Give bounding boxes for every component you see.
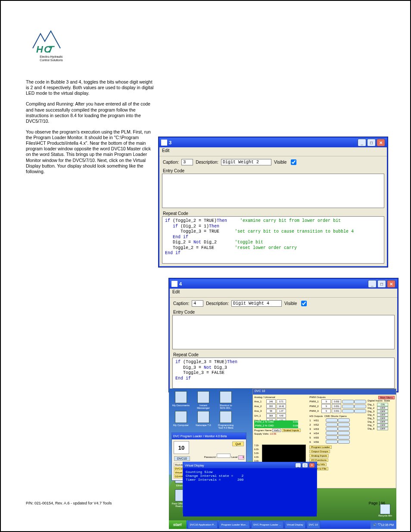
recycle-label: Recycle Bin bbox=[378, 514, 392, 517]
password-input[interactable] bbox=[217, 454, 230, 458]
taskbar-item[interactable]: Virtual Display bbox=[285, 521, 305, 529]
description-label: Description: bbox=[196, 160, 218, 165]
side-button[interactable]: Analog Inputs bbox=[309, 454, 329, 457]
close-button[interactable]: ✕ bbox=[377, 139, 385, 146]
hs-row: 3HS3 bbox=[309, 427, 366, 431]
desktop-icon[interactable]: Instant Messenger bbox=[194, 391, 213, 409]
taskbar-item[interactable]: DVC Program Loader ... bbox=[251, 521, 283, 529]
close-button[interactable]: ✕ bbox=[309, 463, 315, 468]
paragraph-2: Compiling and Running: After you have en… bbox=[26, 101, 155, 124]
taskbar-item[interactable]: DVC 10 bbox=[307, 521, 320, 529]
visible-checkbox[interactable] bbox=[301, 301, 307, 306]
repeat-code-box[interactable]: if (Toggle_2 = TRUE)Then 'examine carry … bbox=[162, 216, 384, 264]
repeat-code-label: Repeat Code bbox=[159, 211, 387, 216]
level-label: Level bbox=[231, 456, 237, 458]
virtual-title: Virtual Display bbox=[185, 464, 204, 467]
app-icon bbox=[220, 411, 232, 423]
pwm-row: PWM_390.001 bbox=[309, 409, 366, 413]
window-title: 4 bbox=[179, 281, 182, 286]
menu-edit[interactable]: Edit bbox=[170, 289, 397, 298]
app-icon bbox=[220, 391, 232, 403]
repeat-code-label: Repeat Code bbox=[170, 352, 397, 358]
taskbar: start DVC10 Application P...Program Load… bbox=[169, 520, 396, 529]
app-icon bbox=[197, 391, 209, 403]
titlebar[interactable]: 4 _ □ ✕ bbox=[170, 279, 397, 289]
entry-code-label: Entry Code bbox=[159, 168, 387, 174]
side-button[interactable]: Output Groups bbox=[309, 450, 330, 453]
footer-left: P/N: 021-00154, Rev. A.6 - updated for V… bbox=[26, 501, 112, 505]
side-button[interactable]: Program Loader bbox=[309, 445, 331, 449]
dvc-title[interactable]: DVC 10 bbox=[253, 389, 396, 395]
level-value: 3 bbox=[238, 455, 244, 460]
titlebar[interactable]: 3 _ □ ✕ bbox=[159, 138, 387, 147]
digital-row: Dig_7OFF bbox=[367, 423, 395, 427]
digital-row: Dig_8OFF bbox=[367, 427, 395, 430]
clock: 12:35 PM bbox=[381, 523, 394, 526]
desktop-icon[interactable]: Programming Tool 4.0 Beta bbox=[216, 411, 235, 429]
main-menu-button[interactable]: Main Menu bbox=[378, 396, 395, 399]
desktop-screenshot: My DocumentsInstant MessengerShortcut to… bbox=[169, 389, 396, 529]
password-label: Password: bbox=[204, 456, 216, 458]
desktop-icon[interactable]: Netscape 7.0 bbox=[194, 411, 213, 429]
side-button[interactable]: I/O Functions bbox=[309, 458, 328, 462]
quit-button[interactable]: Quit bbox=[232, 442, 244, 446]
taskbar-item[interactable]: DVC10 Application P... bbox=[188, 521, 218, 529]
virtual-titlebar[interactable]: Virtual Display _ □ ✕ bbox=[183, 462, 317, 468]
desktop-icon[interactable]: Shortcut to SDS-001.. bbox=[216, 391, 235, 409]
app-icon bbox=[175, 411, 187, 423]
analog-row: Ana_11460.71 bbox=[254, 399, 308, 404]
virtual-display-window: Virtual Display _ □ ✕ Counting Slow Chan… bbox=[183, 462, 317, 513]
digital-row: Dig_5OFF bbox=[367, 417, 395, 420]
start-button[interactable]: start bbox=[169, 520, 187, 529]
desktop-icon[interactable]: My Documents bbox=[171, 391, 190, 409]
taskbar-item[interactable]: Program Loader Mon... bbox=[219, 521, 250, 529]
digital-row: Dig_4OFF bbox=[367, 413, 395, 417]
recycle-icon bbox=[380, 504, 390, 514]
system-tray[interactable]: 🔊 🛡 12:35 PM bbox=[371, 520, 396, 529]
description-label: Description: bbox=[206, 301, 229, 306]
menu-edit[interactable]: Edit bbox=[159, 147, 387, 156]
description-input[interactable] bbox=[231, 300, 282, 307]
close-button[interactable]: ✕ bbox=[387, 280, 395, 288]
desktop-icon[interactable]: My Computer bbox=[171, 411, 190, 429]
minimize-button[interactable]: _ bbox=[358, 139, 366, 146]
entry-code-label: Entry Code bbox=[170, 309, 397, 315]
analog-row: Ana_3581.47 bbox=[254, 409, 308, 413]
digital-row: Dig_3OFF bbox=[367, 410, 395, 413]
maximize-button[interactable]: □ bbox=[377, 280, 386, 288]
description-input[interactable] bbox=[221, 159, 271, 165]
hct-logo: H C T Electro-HydraulicControl Solutions bbox=[32, 30, 71, 62]
caption-input[interactable] bbox=[181, 159, 193, 165]
pwm-row: PWM_190.002 bbox=[309, 399, 366, 404]
bubble-4-window: 4 _ □ ✕ Edit Caption: Description: Visib… bbox=[169, 278, 398, 392]
repeat-code-box[interactable]: if (Toggle_3 = TRUE)Then Dig_3 = Not Dig… bbox=[172, 358, 395, 389]
minimize-button[interactable]: _ bbox=[295, 463, 301, 468]
body-text: The code in Bubble 3 and 4, toggles the … bbox=[26, 79, 155, 180]
digital-row: Dig_2OFF bbox=[367, 406, 395, 410]
pwm-row: PWM_290.001 bbox=[309, 404, 366, 408]
app-icon bbox=[175, 391, 187, 403]
minimize-button[interactable]: _ bbox=[368, 280, 377, 288]
window-title: 3 bbox=[169, 140, 171, 145]
visible-label: Visible bbox=[284, 301, 297, 306]
window-icon bbox=[161, 140, 167, 146]
caption-label: Caption: bbox=[163, 160, 179, 165]
app-icon bbox=[197, 411, 209, 423]
loader-title[interactable]: DVC Program Loader / Monitor 4.0 Beta bbox=[172, 433, 246, 439]
caption-label: Caption: bbox=[173, 301, 189, 306]
maximize-button[interactable]: □ bbox=[367, 139, 376, 146]
footer-right: Page | 96 bbox=[369, 501, 385, 505]
visible-checkbox[interactable] bbox=[291, 159, 296, 165]
hs-row: 2HS2 bbox=[309, 423, 366, 426]
caption-input[interactable] bbox=[192, 300, 203, 307]
entry-code-box[interactable] bbox=[172, 315, 395, 349]
maximize-button[interactable]: □ bbox=[302, 463, 308, 468]
dvc10-button[interactable]: DVC10 bbox=[174, 456, 190, 461]
paragraph-3: You observe the program's execution usin… bbox=[26, 129, 155, 174]
digital-row: Dig_6OFF bbox=[367, 420, 395, 423]
recycle-bin[interactable]: Recycle Bin bbox=[377, 504, 394, 517]
window-icon bbox=[171, 281, 177, 287]
visible-label: Visible bbox=[274, 160, 286, 165]
analog-row: Uni_13694.40 bbox=[254, 414, 308, 418]
entry-code-box[interactable] bbox=[162, 174, 384, 208]
